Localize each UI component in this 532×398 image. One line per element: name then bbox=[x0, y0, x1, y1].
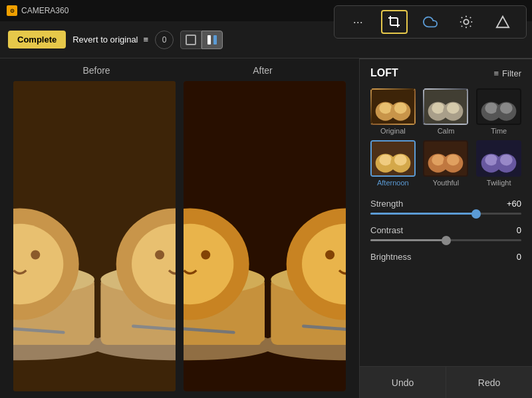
strength-fill bbox=[370, 213, 476, 215]
complete-button[interactable]: Complete bbox=[8, 31, 66, 49]
crop-icon bbox=[387, 15, 402, 29]
svg-point-57 bbox=[432, 102, 445, 114]
split-view-button[interactable] bbox=[201, 31, 223, 49]
svg-line-7 bbox=[470, 26, 471, 27]
brightness-label: Brightness bbox=[370, 252, 411, 262]
contrast-value: 0 bbox=[517, 225, 521, 235]
filter-name-calm: Calm bbox=[438, 127, 455, 135]
brightness-value: 0 bbox=[517, 252, 521, 262]
svg-point-59 bbox=[447, 102, 460, 114]
filter-name-youthful: Youthful bbox=[433, 179, 459, 187]
contrast-thumb[interactable] bbox=[442, 236, 451, 245]
svg-point-27 bbox=[155, 250, 164, 260]
filter-item-calm[interactable]: Calm bbox=[421, 87, 471, 136]
svg-point-74 bbox=[447, 154, 460, 165]
svg-point-69 bbox=[394, 154, 407, 165]
images-row bbox=[13, 81, 346, 391]
filter-button[interactable]: ≡ Filter bbox=[494, 68, 521, 78]
app-name: CAMERA360 bbox=[21, 6, 68, 15]
filter-thumb-original bbox=[370, 88, 416, 125]
bottom-buttons: Undo Redo bbox=[360, 366, 532, 398]
contrast-label: Contrast bbox=[370, 225, 403, 235]
svg-line-6 bbox=[462, 17, 462, 18]
filter-name-afternoon: Afternoon bbox=[377, 179, 409, 187]
sliders-section: Strength +60 Contrast 0 bbox=[360, 193, 532, 366]
filter-item-youthful[interactable]: Youthful bbox=[421, 139, 471, 188]
filter-thumb-twilight bbox=[476, 140, 521, 177]
strength-value: +60 bbox=[507, 199, 521, 209]
strength-label: Strength bbox=[370, 199, 403, 209]
revert-label: Revert to original bbox=[72, 35, 138, 45]
filter-grid: Original Calm bbox=[360, 84, 532, 193]
contrast-label-row: Contrast 0 bbox=[370, 225, 521, 235]
filter-item-twilight[interactable]: Twilight bbox=[473, 139, 524, 188]
before-image-svg bbox=[13, 81, 176, 391]
filter-name-original: Original bbox=[380, 127, 406, 135]
strength-thumb[interactable] bbox=[471, 209, 481, 219]
svg-rect-0 bbox=[186, 35, 196, 45]
filter-item-time[interactable]: Time bbox=[473, 87, 524, 136]
single-view-button[interactable] bbox=[180, 31, 201, 49]
after-label: After bbox=[180, 65, 346, 76]
svg-line-10 bbox=[462, 26, 462, 27]
svg-point-62 bbox=[485, 102, 497, 114]
filter-thumb-afternoon bbox=[370, 140, 416, 177]
before-image-content bbox=[13, 81, 176, 391]
svg-point-64 bbox=[500, 102, 513, 114]
split-view-toggle bbox=[180, 31, 223, 49]
after-image-svg bbox=[184, 81, 346, 391]
image-area: Before After bbox=[0, 58, 359, 398]
before-image bbox=[13, 81, 176, 391]
main-content: Before After bbox=[0, 58, 532, 398]
svg-point-39 bbox=[201, 250, 210, 260]
filter-icon: ≡ bbox=[494, 68, 499, 78]
revert-button[interactable]: Revert to original ≡ bbox=[72, 35, 148, 45]
svg-point-52 bbox=[379, 102, 392, 114]
strength-slider-row: Strength +60 bbox=[370, 199, 521, 215]
filter-thumb-time bbox=[476, 88, 521, 125]
cloud-button[interactable] bbox=[417, 10, 444, 34]
filter-label: Filter bbox=[502, 68, 521, 78]
svg-rect-2 bbox=[213, 35, 217, 45]
brightness-label-row: Brightness 0 bbox=[370, 252, 521, 262]
svg-point-72 bbox=[432, 154, 445, 165]
crop-button[interactable] bbox=[381, 10, 408, 34]
sun-icon bbox=[459, 15, 473, 29]
panel-title: LOFT bbox=[370, 67, 398, 79]
filter-thumb-youthful bbox=[423, 140, 468, 177]
brightness-button[interactable] bbox=[453, 10, 479, 34]
before-label: Before bbox=[13, 65, 180, 76]
filter-name-time: Time bbox=[491, 127, 507, 135]
app-icon: ⊙ bbox=[7, 5, 17, 16]
image-labels: Before After bbox=[13, 65, 346, 76]
alert-button[interactable] bbox=[489, 10, 516, 34]
panel-header: LOFT ≡ Filter bbox=[360, 59, 532, 84]
redo-button[interactable]: Redo bbox=[446, 367, 532, 398]
titlebar-left: ⊙ CAMERA360 bbox=[7, 5, 68, 16]
svg-point-54 bbox=[394, 102, 407, 114]
more-options-button[interactable]: ··· bbox=[344, 10, 371, 34]
after-image-content bbox=[184, 81, 346, 391]
triangle-icon bbox=[495, 15, 510, 29]
single-view-icon bbox=[184, 33, 198, 47]
right-toolbar: ··· bbox=[334, 5, 527, 39]
svg-point-20 bbox=[31, 250, 40, 260]
after-image bbox=[184, 81, 346, 391]
cloud-icon bbox=[423, 15, 438, 29]
zero-circle-button[interactable]: 0 bbox=[155, 31, 174, 49]
contrast-track[interactable] bbox=[370, 239, 521, 241]
filter-item-original[interactable]: Original bbox=[368, 87, 418, 136]
svg-point-77 bbox=[485, 154, 497, 165]
contrast-fill bbox=[370, 239, 446, 241]
menu-icon: ≡ bbox=[144, 35, 149, 45]
strength-track[interactable] bbox=[370, 213, 521, 215]
svg-line-11 bbox=[470, 17, 471, 18]
undo-button[interactable]: Undo bbox=[360, 367, 446, 398]
filter-name-twilight: Twilight bbox=[487, 179, 511, 187]
contrast-slider-row: Contrast 0 bbox=[370, 225, 521, 241]
svg-rect-1 bbox=[207, 35, 211, 45]
filter-item-afternoon[interactable]: Afternoon bbox=[368, 139, 418, 188]
split-view-icon bbox=[205, 33, 219, 47]
svg-point-46 bbox=[325, 250, 334, 260]
svg-point-67 bbox=[379, 154, 392, 165]
